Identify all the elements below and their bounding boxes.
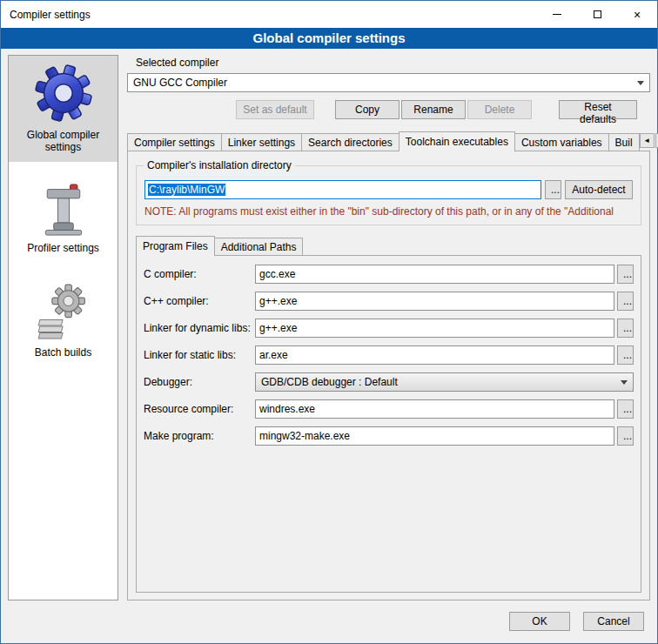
sidebar-item-label: Batch builds — [35, 346, 91, 359]
tab-compiler-settings[interactable]: Compiler settings — [127, 133, 222, 151]
tab-scroll-left-button[interactable]: ◄ — [640, 133, 655, 148]
chevron-down-icon — [637, 81, 644, 85]
dialog-body: Global compiler settings Profiler settin… — [1, 49, 657, 606]
resource-compiler-label: Resource compiler: — [144, 403, 255, 415]
installation-note: NOTE: All programs must exist either in … — [144, 205, 633, 218]
debugger-label: Debugger: — [144, 376, 255, 388]
installation-directory-group: Compiler's installation directory C:\ray… — [136, 165, 641, 225]
toolchain-executables-page: Compiler's installation directory C:\ray… — [127, 151, 650, 600]
cancel-button[interactable]: Cancel — [583, 612, 644, 631]
close-button[interactable]: × — [617, 1, 657, 28]
tab-search-directories[interactable]: Search directories — [301, 133, 400, 151]
delete-button[interactable]: Delete — [467, 100, 532, 119]
resource-compiler-input[interactable]: windres.exe — [255, 399, 614, 419]
ok-button[interactable]: OK — [509, 612, 570, 631]
make-program-input[interactable]: mingw32-make.exe — [255, 426, 614, 446]
rename-button[interactable]: Rename — [401, 100, 466, 119]
cpp-compiler-browse-button[interactable]: ... — [617, 292, 634, 311]
form-row-debugger: Debugger: GDB/CDB debugger : Default — [144, 372, 634, 392]
tab-build-options-truncated[interactable]: Buil — [608, 133, 640, 151]
static-linker-label: Linker for static libs: — [144, 349, 255, 361]
sidebar-item-profiler-settings[interactable]: Profiler settings — [9, 176, 118, 263]
static-linker-input[interactable]: ar.exe — [255, 345, 614, 365]
form-row-make-program: Make program: mingw32-make.exe ... — [144, 426, 634, 446]
make-program-label: Make program: — [144, 430, 255, 442]
installation-directory-legend: Compiler's installation directory — [144, 159, 295, 171]
dynamic-linker-label: Linker for dynamic libs: — [144, 322, 255, 334]
tab-custom-variables[interactable]: Custom variables — [514, 133, 609, 151]
cpp-compiler-label: C++ compiler: — [144, 295, 255, 307]
installation-path-row: C:\raylib\MinGW ... Auto-detect — [144, 180, 633, 199]
batch-builds-icon — [37, 284, 90, 341]
tab-scroll-controls: ◄ ► — [640, 133, 658, 151]
selected-compiler-dropdown[interactable]: GNU GCC Compiler — [127, 73, 650, 92]
tab-toolchain-executables[interactable]: Toolchain executables — [399, 131, 515, 151]
c-compiler-label: C compiler: — [144, 268, 255, 280]
window-title: Compiler settings — [1, 9, 91, 21]
form-row-resource-compiler: Resource compiler: windres.exe ... — [144, 399, 634, 419]
selected-compiler-label: Selected compiler — [136, 57, 650, 69]
debugger-value: GDB/CDB debugger : Default — [261, 376, 398, 388]
gear-icon — [33, 63, 94, 124]
set-as-default-button[interactable]: Set as default — [236, 100, 314, 119]
sidebar-item-global-compiler-settings[interactable]: Global compiler settings — [9, 56, 118, 162]
resource-compiler-browse-button[interactable]: ... — [617, 399, 634, 419]
form-row-dynamic-linker: Linker for dynamic libs: g++.exe ... — [144, 319, 634, 338]
window-controls: × — [537, 1, 657, 28]
cpp-compiler-value: g++.exe — [259, 295, 297, 307]
minimize-icon — [553, 14, 561, 15]
static-linker-browse-button[interactable]: ... — [617, 345, 634, 365]
dialog-footer: OK Cancel — [1, 606, 657, 643]
form-row-static-linker: Linker for static libs: ar.exe ... — [144, 345, 634, 365]
sidebar-item-label: Global compiler settings — [10, 129, 116, 153]
dialog-header: Global compiler settings — [1, 28, 657, 49]
tab-additional-paths[interactable]: Additional Paths — [214, 238, 304, 255]
auto-detect-button[interactable]: Auto-detect — [565, 180, 633, 199]
tab-program-files[interactable]: Program Files — [136, 236, 215, 256]
static-linker-value: ar.exe — [259, 349, 288, 361]
debugger-dropdown[interactable]: GDB/CDB debugger : Default — [255, 372, 634, 392]
install-dir-input[interactable]: C:\raylib\MinGW — [144, 180, 541, 199]
minimize-button[interactable] — [537, 1, 577, 28]
maximize-button[interactable] — [577, 1, 617, 28]
make-program-browse-button[interactable]: ... — [617, 426, 634, 446]
dynamic-linker-value: g++.exe — [259, 322, 297, 334]
c-compiler-input[interactable]: gcc.exe — [255, 265, 614, 284]
arrow-left-icon: ◄ — [643, 137, 650, 144]
sidebar-item-label: Profiler settings — [27, 242, 99, 254]
profiler-icon — [37, 183, 90, 237]
form-row-cpp-compiler: C++ compiler: g++.exe ... — [144, 292, 634, 311]
compiler-settings-window: Compiler settings × Global compiler sett… — [0, 0, 658, 644]
dynamic-linker-input[interactable]: g++.exe — [255, 319, 614, 338]
titlebar[interactable]: Compiler settings × — [1, 1, 657, 28]
tab-linker-settings[interactable]: Linker settings — [221, 133, 302, 151]
make-program-value: mingw32-make.exe — [259, 430, 350, 442]
compiler-buttons-row: Set as default Copy Rename Delete Reset … — [127, 100, 650, 119]
reset-defaults-button[interactable]: Reset defaults — [559, 100, 637, 119]
maximize-icon — [594, 10, 601, 18]
form-row-c-compiler: C compiler: gcc.exe ... — [144, 265, 634, 284]
chevron-down-icon — [621, 380, 628, 385]
close-icon: × — [634, 9, 641, 21]
program-files-page: C compiler: gcc.exe ... C++ compiler: g+… — [136, 255, 641, 593]
dynamic-linker-browse-button[interactable]: ... — [617, 319, 634, 338]
selected-compiler-value: GNU GCC Compiler — [133, 77, 227, 89]
settings-tab-strip: Compiler settings Linker settings Search… — [127, 131, 650, 151]
install-dir-selected-text: C:\raylib\MinGW — [148, 184, 225, 196]
c-compiler-value: gcc.exe — [259, 268, 295, 280]
settings-sidebar: Global compiler settings Profiler settin… — [8, 55, 118, 600]
c-compiler-browse-button[interactable]: ... — [617, 265, 634, 284]
tab-scroll-right-button[interactable]: ► — [655, 133, 658, 148]
cpp-compiler-input[interactable]: g++.exe — [255, 292, 614, 311]
copy-button[interactable]: Copy — [335, 100, 400, 119]
program-tabs-strip: Program Files Additional Paths — [136, 236, 641, 255]
install-dir-browse-button[interactable]: ... — [545, 180, 561, 199]
resource-compiler-value: windres.exe — [259, 403, 315, 415]
sidebar-item-batch-builds[interactable]: Batch builds — [9, 277, 118, 367]
main-panel: Selected compiler GNU GCC Compiler Set a… — [127, 55, 650, 600]
